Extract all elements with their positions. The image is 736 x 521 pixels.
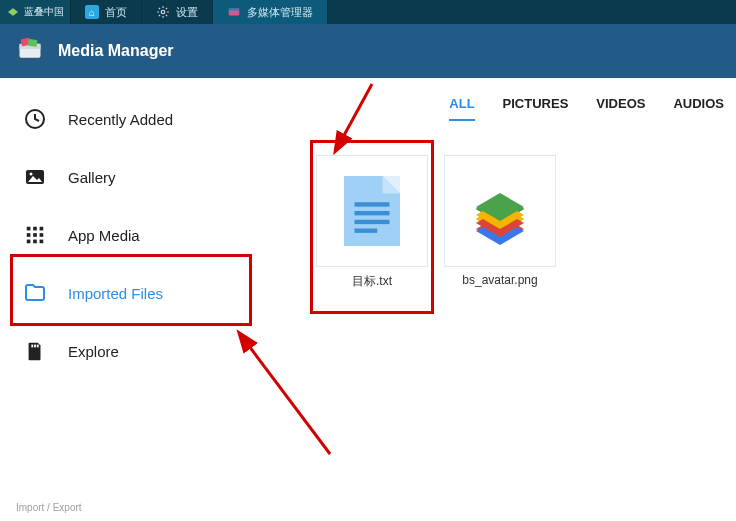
sidebar-item-label: App Media	[68, 227, 140, 244]
tab-label: 多媒体管理器	[247, 5, 313, 20]
svg-rect-19	[27, 240, 31, 244]
svg-rect-17	[33, 233, 37, 237]
svg-rect-14	[33, 227, 37, 231]
app-header: Media Manager	[0, 24, 736, 78]
tab-media-manager[interactable]: 多媒体管理器	[213, 0, 328, 24]
svg-rect-30	[355, 220, 390, 224]
tab-label: 首页	[105, 5, 127, 20]
sidebar-item-label: Recently Added	[68, 111, 173, 128]
svg-rect-18	[40, 233, 44, 237]
sidebar-item-label: Imported Files	[68, 285, 163, 302]
filter-all[interactable]: ALL	[449, 96, 474, 121]
svg-rect-20	[33, 240, 37, 244]
tab-home[interactable]: ⌂ 首页	[71, 0, 142, 24]
grid-icon	[22, 222, 48, 248]
svg-rect-15	[40, 227, 44, 231]
clock-icon	[22, 106, 48, 132]
svg-rect-24	[37, 345, 39, 348]
svg-rect-8	[28, 39, 38, 47]
sidebar-item-explore[interactable]: Explore	[0, 322, 260, 380]
filter-videos[interactable]: VIDEOS	[596, 96, 645, 121]
sd-card-icon	[22, 338, 48, 364]
svg-rect-4	[229, 9, 240, 11]
sidebar-item-label: Explore	[68, 343, 119, 360]
sidebar-item-label: Gallery	[68, 169, 116, 186]
svg-rect-31	[355, 229, 378, 233]
tab-bar: 蓝叠中国 ⌂ 首页 设置 多媒体管理器	[0, 0, 736, 24]
sidebar-item-app-media[interactable]: App Media	[0, 206, 260, 264]
sidebar-item-imported-files[interactable]: Imported Files	[0, 264, 260, 322]
filter-audios[interactable]: AUDIOS	[673, 96, 724, 121]
file-tile[interactable]: bs_avatar.png	[444, 155, 556, 287]
sidebar-item-gallery[interactable]: Gallery	[0, 148, 260, 206]
media-icon	[227, 5, 241, 19]
brand-chip: 蓝叠中国	[0, 0, 71, 24]
file-thumb-image	[444, 155, 556, 267]
page-title: Media Manager	[58, 42, 174, 60]
sidebar: Recently Added Gallery App Media Importe…	[0, 78, 260, 521]
sidebar-footer: Import / Export	[0, 494, 260, 521]
media-manager-icon	[16, 35, 44, 67]
svg-rect-13	[27, 227, 31, 231]
svg-rect-28	[355, 202, 390, 206]
file-tile[interactable]: 目标.txt	[316, 155, 428, 290]
main-panel: ALL PICTURES VIDEOS AUDIOS	[260, 78, 736, 521]
svg-rect-16	[27, 233, 31, 237]
svg-rect-21	[40, 240, 44, 244]
folder-icon	[22, 280, 48, 306]
brand-logo-icon	[6, 5, 20, 19]
filter-bar: ALL PICTURES VIDEOS AUDIOS	[260, 78, 736, 121]
svg-rect-29	[355, 211, 390, 215]
file-name: bs_avatar.png	[462, 273, 537, 287]
file-name: 目标.txt	[352, 273, 392, 290]
home-icon: ⌂	[85, 5, 99, 19]
tab-settings[interactable]: 设置	[142, 0, 213, 24]
file-thumb-doc	[316, 155, 428, 267]
svg-point-2	[161, 10, 165, 14]
brand-text: 蓝叠中国	[24, 5, 64, 19]
svg-rect-23	[34, 345, 36, 348]
tab-label: 设置	[176, 5, 198, 20]
svg-rect-22	[31, 345, 33, 348]
image-icon	[22, 164, 48, 190]
filter-pictures[interactable]: PICTURES	[503, 96, 569, 121]
svg-point-12	[30, 173, 33, 176]
content-area: Recently Added Gallery App Media Importe…	[0, 78, 736, 521]
file-grid: 目标.txt b	[260, 121, 736, 290]
svg-marker-0	[8, 9, 17, 16]
sidebar-item-recently-added[interactable]: Recently Added	[0, 90, 260, 148]
gear-icon	[156, 5, 170, 19]
